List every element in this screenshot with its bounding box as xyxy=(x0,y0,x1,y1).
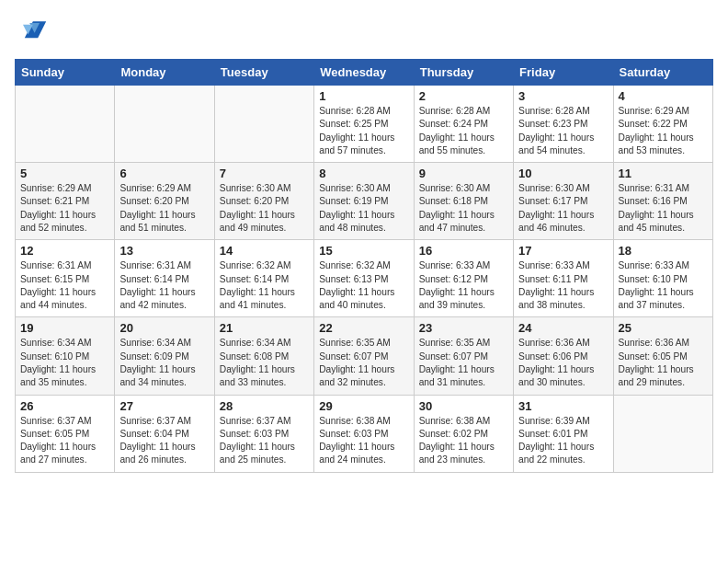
calendar-cell: 12Sunrise: 6:31 AM Sunset: 6:15 PM Dayli… xyxy=(16,240,115,317)
calendar-cell xyxy=(115,86,214,163)
day-number: 10 xyxy=(518,167,608,180)
day-number: 16 xyxy=(419,244,508,258)
calendar-cell: 15Sunrise: 6:32 AM Sunset: 6:13 PM Dayli… xyxy=(314,240,414,317)
day-info: Sunrise: 6:32 AM Sunset: 6:14 PM Dayligh… xyxy=(220,259,309,312)
day-number: 29 xyxy=(319,399,408,413)
day-info: Sunrise: 6:29 AM Sunset: 6:21 PM Dayligh… xyxy=(20,182,109,235)
calendar-cell: 16Sunrise: 6:33 AM Sunset: 6:12 PM Dayli… xyxy=(414,240,513,317)
calendar-week-2: 5Sunrise: 6:29 AM Sunset: 6:21 PM Daylig… xyxy=(16,163,713,240)
calendar-cell: 11Sunrise: 6:31 AM Sunset: 6:16 PM Dayli… xyxy=(613,163,712,240)
day-number: 19 xyxy=(20,321,109,335)
day-info: Sunrise: 6:35 AM Sunset: 6:07 PM Dayligh… xyxy=(319,337,408,389)
day-number: 14 xyxy=(220,244,309,258)
calendar-cell: 24Sunrise: 6:36 AM Sunset: 6:06 PM Dayli… xyxy=(514,317,613,395)
day-info: Sunrise: 6:28 AM Sunset: 6:25 PM Dayligh… xyxy=(319,105,408,157)
day-info: Sunrise: 6:38 AM Sunset: 6:02 PM Dayligh… xyxy=(419,415,508,467)
calendar-cell xyxy=(214,86,313,163)
day-info: Sunrise: 6:30 AM Sunset: 6:19 PM Dayligh… xyxy=(319,182,408,235)
weekday-header-monday: Monday xyxy=(115,60,214,86)
calendar-cell: 22Sunrise: 6:35 AM Sunset: 6:07 PM Dayli… xyxy=(314,317,414,395)
page-header xyxy=(15,15,713,48)
day-info: Sunrise: 6:34 AM Sunset: 6:08 PM Dayligh… xyxy=(220,337,309,389)
day-info: Sunrise: 6:28 AM Sunset: 6:24 PM Dayligh… xyxy=(419,105,508,157)
day-number: 7 xyxy=(220,167,309,180)
page-container: SundayMondayTuesdayWednesdayThursdayFrid… xyxy=(0,0,728,484)
calendar-cell: 20Sunrise: 6:34 AM Sunset: 6:09 PM Dayli… xyxy=(115,317,214,395)
day-number: 9 xyxy=(419,167,508,180)
day-number: 26 xyxy=(20,399,109,413)
weekday-header-friday: Friday xyxy=(514,60,613,86)
weekday-header-saturday: Saturday xyxy=(613,60,712,86)
day-info: Sunrise: 6:31 AM Sunset: 6:16 PM Dayligh… xyxy=(619,182,708,235)
day-info: Sunrise: 6:34 AM Sunset: 6:09 PM Dayligh… xyxy=(119,337,209,389)
calendar-cell: 28Sunrise: 6:37 AM Sunset: 6:03 PM Dayli… xyxy=(214,395,313,472)
day-number: 22 xyxy=(319,321,408,335)
day-info: Sunrise: 6:38 AM Sunset: 6:03 PM Dayligh… xyxy=(319,415,408,467)
day-number: 31 xyxy=(518,399,608,413)
day-number: 6 xyxy=(119,167,209,180)
weekday-header-sunday: Sunday xyxy=(16,60,115,86)
calendar-week-5: 26Sunrise: 6:37 AM Sunset: 6:05 PM Dayli… xyxy=(16,395,713,472)
day-number: 20 xyxy=(119,321,209,335)
day-info: Sunrise: 6:35 AM Sunset: 6:07 PM Dayligh… xyxy=(419,337,508,389)
day-number: 25 xyxy=(619,321,708,335)
calendar-cell: 17Sunrise: 6:33 AM Sunset: 6:11 PM Dayli… xyxy=(514,240,613,317)
weekday-header-wednesday: Wednesday xyxy=(314,60,414,86)
logo xyxy=(15,15,51,48)
day-number: 28 xyxy=(220,399,309,413)
day-info: Sunrise: 6:39 AM Sunset: 6:01 PM Dayligh… xyxy=(518,415,608,467)
day-number: 18 xyxy=(619,244,708,258)
calendar-cell: 5Sunrise: 6:29 AM Sunset: 6:21 PM Daylig… xyxy=(16,163,115,240)
day-info: Sunrise: 6:37 AM Sunset: 6:04 PM Dayligh… xyxy=(119,415,209,467)
calendar-cell: 18Sunrise: 6:33 AM Sunset: 6:10 PM Dayli… xyxy=(613,240,712,317)
calendar-cell: 19Sunrise: 6:34 AM Sunset: 6:10 PM Dayli… xyxy=(16,317,115,395)
day-info: Sunrise: 6:33 AM Sunset: 6:11 PM Dayligh… xyxy=(518,259,608,312)
calendar-cell: 31Sunrise: 6:39 AM Sunset: 6:01 PM Dayli… xyxy=(514,395,613,472)
calendar-cell: 13Sunrise: 6:31 AM Sunset: 6:14 PM Dayli… xyxy=(115,240,214,317)
calendar-week-1: 1Sunrise: 6:28 AM Sunset: 6:25 PM Daylig… xyxy=(16,86,713,163)
calendar-table: SundayMondayTuesdayWednesdayThursdayFrid… xyxy=(15,59,713,473)
calendar-cell: 4Sunrise: 6:29 AM Sunset: 6:22 PM Daylig… xyxy=(613,86,712,163)
calendar-cell: 27Sunrise: 6:37 AM Sunset: 6:04 PM Dayli… xyxy=(115,395,214,472)
calendar-week-3: 12Sunrise: 6:31 AM Sunset: 6:15 PM Dayli… xyxy=(16,240,713,317)
calendar-cell: 25Sunrise: 6:36 AM Sunset: 6:05 PM Dayli… xyxy=(613,317,712,395)
weekday-header-tuesday: Tuesday xyxy=(214,60,313,86)
weekday-header-row: SundayMondayTuesdayWednesdayThursdayFrid… xyxy=(16,60,713,86)
day-number: 13 xyxy=(119,244,209,258)
calendar-cell: 1Sunrise: 6:28 AM Sunset: 6:25 PM Daylig… xyxy=(314,86,414,163)
day-info: Sunrise: 6:29 AM Sunset: 6:20 PM Dayligh… xyxy=(119,182,209,235)
calendar-cell: 7Sunrise: 6:30 AM Sunset: 6:20 PM Daylig… xyxy=(214,163,313,240)
day-number: 5 xyxy=(20,167,109,180)
calendar-cell: 9Sunrise: 6:30 AM Sunset: 6:18 PM Daylig… xyxy=(414,163,513,240)
calendar-cell: 14Sunrise: 6:32 AM Sunset: 6:14 PM Dayli… xyxy=(214,240,313,317)
day-number: 15 xyxy=(319,244,408,258)
calendar-cell: 29Sunrise: 6:38 AM Sunset: 6:03 PM Dayli… xyxy=(314,395,414,472)
calendar-cell: 23Sunrise: 6:35 AM Sunset: 6:07 PM Dayli… xyxy=(414,317,513,395)
logo-icon xyxy=(15,15,48,48)
day-number: 30 xyxy=(419,399,508,413)
calendar-cell xyxy=(613,395,712,472)
day-info: Sunrise: 6:33 AM Sunset: 6:12 PM Dayligh… xyxy=(419,259,508,312)
weekday-header-thursday: Thursday xyxy=(414,60,513,86)
day-info: Sunrise: 6:37 AM Sunset: 6:05 PM Dayligh… xyxy=(20,415,109,467)
calendar-cell: 26Sunrise: 6:37 AM Sunset: 6:05 PM Dayli… xyxy=(16,395,115,472)
day-info: Sunrise: 6:33 AM Sunset: 6:10 PM Dayligh… xyxy=(619,259,708,312)
day-number: 2 xyxy=(419,89,508,103)
day-info: Sunrise: 6:31 AM Sunset: 6:14 PM Dayligh… xyxy=(119,259,209,312)
day-info: Sunrise: 6:30 AM Sunset: 6:18 PM Dayligh… xyxy=(419,182,508,235)
calendar-cell xyxy=(16,86,115,163)
day-info: Sunrise: 6:30 AM Sunset: 6:20 PM Dayligh… xyxy=(220,182,309,235)
day-number: 1 xyxy=(319,89,408,103)
day-number: 24 xyxy=(518,321,608,335)
day-number: 3 xyxy=(518,89,608,103)
day-info: Sunrise: 6:36 AM Sunset: 6:05 PM Dayligh… xyxy=(619,337,708,389)
day-info: Sunrise: 6:30 AM Sunset: 6:17 PM Dayligh… xyxy=(518,182,608,235)
day-info: Sunrise: 6:36 AM Sunset: 6:06 PM Dayligh… xyxy=(518,337,608,389)
day-info: Sunrise: 6:37 AM Sunset: 6:03 PM Dayligh… xyxy=(220,415,309,467)
day-number: 11 xyxy=(619,167,708,180)
day-number: 8 xyxy=(319,167,408,180)
calendar-cell: 2Sunrise: 6:28 AM Sunset: 6:24 PM Daylig… xyxy=(414,86,513,163)
day-number: 4 xyxy=(619,89,708,103)
day-number: 17 xyxy=(518,244,608,258)
day-info: Sunrise: 6:32 AM Sunset: 6:13 PM Dayligh… xyxy=(319,259,408,312)
